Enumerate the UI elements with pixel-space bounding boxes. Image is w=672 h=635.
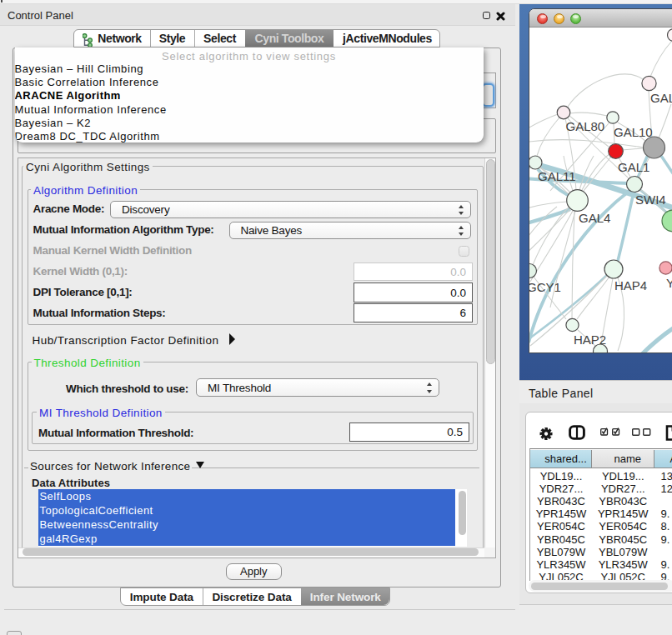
apply-button[interactable]: Apply — [226, 563, 282, 580]
column-header-name[interactable]: name — [592, 450, 654, 469]
minimize-traffic-light-icon[interactable] — [554, 13, 564, 24]
table-cell: YBL079W — [530, 546, 592, 558]
table-row[interactable]: YBL079WYBL079W — [530, 546, 672, 558]
algorithm-option[interactable]: Bayesian – Hill Climbing — [15, 62, 144, 76]
network-node[interactable] — [662, 210, 672, 232]
network-node[interactable] — [566, 318, 579, 331]
tab-jactivemnodules[interactable]: jActiveMNodules — [333, 30, 441, 47]
network-edge[interactable] — [650, 41, 672, 77]
close-icon[interactable] — [496, 12, 505, 21]
algorithm-dropdown-popup: Select algorithm to view settings Bayesi… — [15, 48, 484, 142]
node-table: shared... name A YDL19...YDL19...13.YDR2… — [529, 448, 672, 581]
table-hscroll-thumb[interactable] — [531, 582, 668, 590]
network-edge-thick[interactable] — [661, 156, 672, 179]
network-edge[interactable] — [572, 211, 574, 318]
network-edge[interactable] — [537, 118, 559, 156]
file-icon[interactable] — [665, 425, 672, 441]
network-edge[interactable] — [529, 114, 558, 130]
tab-discretize-data[interactable]: Discretize Data — [203, 588, 302, 605]
algorithm-option[interactable]: ARACNE Algorithm — [15, 89, 121, 102]
mi-threshold-field[interactable]: 0.5 — [349, 422, 469, 442]
network-node[interactable] — [642, 76, 656, 90]
table-row[interactable]: YPR145WYPR145W9. — [530, 508, 672, 520]
network-node[interactable] — [644, 137, 665, 158]
tab-cyni-toolbox[interactable]: Cyni Toolbox — [245, 30, 333, 47]
network-edge[interactable] — [529, 168, 530, 172]
network-canvas[interactable]: GAL2GAL80GAL10GAL1GAL11SWI4GAL4GCY1HAP4Y… — [529, 28, 672, 353]
split-columns-icon[interactable] — [569, 425, 585, 440]
table-cell: YER054C — [592, 520, 654, 532]
kernel-width-field[interactable]: 0.0 — [354, 262, 473, 281]
network-edge[interactable] — [659, 104, 671, 138]
hub-definition-label: Hub/Transcription Factor Definition — [33, 334, 219, 347]
network-edge[interactable] — [529, 140, 644, 148]
network-node[interactable] — [604, 260, 623, 278]
network-edge[interactable] — [622, 148, 643, 150]
attribute-item[interactable]: gal4RGexp — [38, 532, 455, 546]
network-edge[interactable] — [569, 112, 607, 116]
network-node[interactable] — [627, 177, 643, 192]
algorithm-option[interactable]: Bayesian – K2 — [15, 117, 92, 130]
tab-infer-network[interactable]: Infer Network — [301, 588, 389, 605]
tab-impute-data[interactable]: Impute Data — [121, 588, 203, 605]
mi-steps-field[interactable]: 6 — [354, 303, 473, 322]
aracne-mode-combo[interactable]: Discovery — [110, 201, 471, 218]
network-edge-thick[interactable] — [618, 192, 634, 261]
algorithm-option[interactable]: Basic Correlation Inference — [15, 76, 159, 89]
attribute-item[interactable]: SelfLoops — [38, 489, 455, 503]
table-cell: 12. — [654, 482, 672, 495]
network-node[interactable] — [668, 29, 672, 42]
network-edge[interactable] — [568, 74, 643, 107]
float-window-icon[interactable] — [483, 12, 490, 19]
data-attributes-list[interactable]: SelfLoopsTopologicalCoefficientBetweenne… — [38, 489, 467, 547]
column-header-shared-name[interactable]: shared... — [530, 450, 592, 469]
tab-style[interactable]: Style — [150, 30, 194, 47]
table-row[interactable]: YBR043CYBR043C — [530, 495, 672, 508]
gear-icon[interactable] — [539, 428, 553, 440]
column-header-third[interactable]: A — [654, 450, 672, 469]
attribute-item[interactable]: TopologicalCoefficient — [38, 503, 455, 518]
zoom-traffic-light-icon[interactable] — [570, 13, 581, 24]
attribute-item[interactable]: BetweennessCentrality — [38, 518, 455, 532]
close-traffic-light-icon[interactable] — [537, 13, 548, 24]
network-node[interactable] — [609, 144, 624, 159]
network-node[interactable] — [557, 106, 570, 119]
table-cell: 9. — [654, 508, 672, 520]
minimized-panel-icon[interactable] — [7, 631, 22, 635]
algorithm-option[interactable]: Mutual Information Inference — [15, 103, 167, 117]
network-node[interactable] — [529, 156, 542, 169]
mi-type-combo[interactable]: Naive Bayes — [229, 222, 472, 239]
network-node[interactable] — [529, 264, 537, 278]
manual-kernel-checkbox[interactable] — [459, 246, 469, 257]
expand-arrow-icon[interactable] — [229, 333, 235, 345]
table-row[interactable]: YER054CYER054C8. — [530, 520, 672, 532]
select-all-icon[interactable] — [600, 427, 623, 436]
table-cell — [654, 495, 672, 508]
network-icon — [83, 32, 93, 47]
network-node[interactable] — [567, 190, 589, 212]
network-node[interactable] — [607, 112, 619, 123]
combo-arrows-icon — [427, 379, 434, 396]
network-edge-thick[interactable] — [640, 326, 672, 353]
table-row[interactable]: YJL052CYJL052C9. — [530, 571, 672, 580]
tab-select[interactable]: Select — [194, 30, 245, 47]
tab-network[interactable]: Network — [74, 30, 150, 47]
network-edge[interactable] — [529, 202, 567, 209]
table-row[interactable]: YLR345WYLR345W9. — [530, 558, 672, 571]
network-window-titlebar[interactable] — [529, 9, 672, 28]
vertical-scrollbar-thumb[interactable] — [486, 159, 495, 364]
algorithm-option[interactable]: Dream8 DC_TDC Algorithm — [15, 130, 160, 142]
network-view-window: GAL2GAL80GAL10GAL1GAL11SWI4GAL4GCY1HAP4Y… — [529, 8, 672, 353]
network-edge[interactable] — [579, 156, 594, 190]
which-threshold-combo[interactable]: MI Threshold — [196, 378, 439, 397]
horizontal-scrollbar-thumb[interactable] — [23, 548, 479, 556]
collapse-arrow-icon[interactable] — [196, 462, 204, 468]
table-row[interactable]: YBR045CYBR045C9. — [530, 533, 672, 546]
deselect-all-icon[interactable] — [632, 428, 653, 436]
list-scrollbar-thumb[interactable] — [459, 491, 466, 535]
table-row[interactable]: YDL19...YDL19...13. — [530, 470, 672, 482]
table-row[interactable]: YDR27...YDR27...12. — [530, 482, 672, 495]
network-node[interactable] — [659, 262, 672, 274]
algorithm-combo-button[interactable] — [482, 83, 494, 107]
dpi-tolerance-field[interactable]: 0.0 — [354, 282, 473, 302]
